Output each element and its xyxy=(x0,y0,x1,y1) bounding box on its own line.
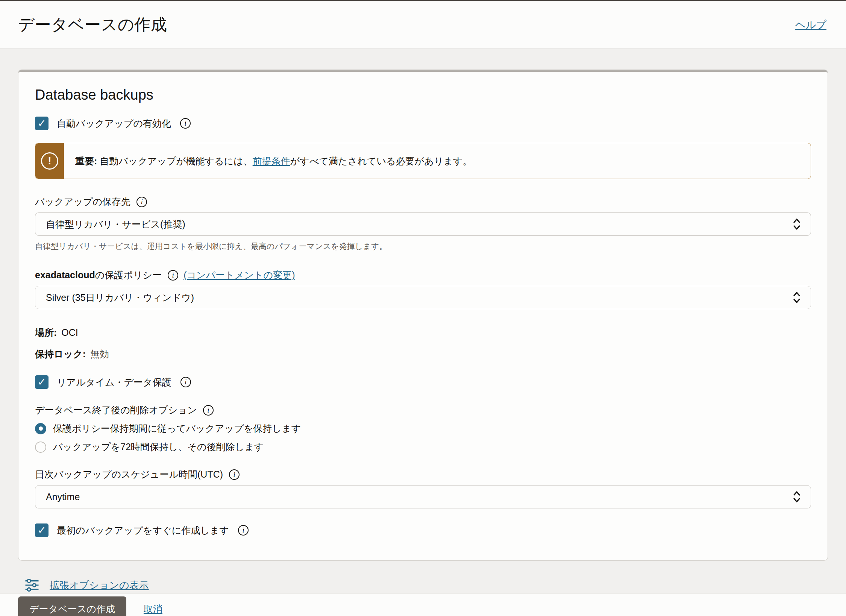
first-backup-checkbox-row: ✓ 最初のバックアップをすぐに作成します i xyxy=(35,523,811,537)
realtime-protection-checkbox[interactable]: ✓ xyxy=(35,375,49,389)
info-icon[interactable]: i xyxy=(229,469,240,480)
realtime-protection-label: リアルタイム・データ保護 xyxy=(57,376,171,388)
schedule-field: 日次バックアップのスケジュール時間(UTC) i Anytime xyxy=(35,468,811,508)
info-icon[interactable]: i xyxy=(238,525,249,536)
auto-backup-checkbox-row: ✓ 自動バックアップの有効化 i xyxy=(35,117,811,130)
sliders-icon xyxy=(24,577,40,593)
page-footer: データベースの作成 取消 xyxy=(0,593,846,616)
select-chevrons-icon xyxy=(793,291,801,304)
info-icon[interactable]: i xyxy=(180,118,191,129)
radio-selected-icon[interactable] xyxy=(35,423,46,434)
realtime-protection-checkbox-row: ✓ リアルタイム・データ保護 i xyxy=(35,375,811,389)
cancel-link[interactable]: 取消 xyxy=(144,603,162,615)
warning-before-link: 自動バックアップが機能するには、 xyxy=(97,156,252,166)
location-value: OCI xyxy=(61,327,78,338)
warning-banner: ! 重要: 自動バックアップが機能するには、前提条件がすべて満たされている必要が… xyxy=(35,143,811,179)
panel-title: Database backups xyxy=(35,87,811,103)
info-icon[interactable]: i xyxy=(168,270,178,281)
location-label: 場所: xyxy=(35,326,57,339)
backup-destination-label: バックアップの保存先 xyxy=(35,196,130,208)
page-title: データベースの作成 xyxy=(18,14,167,36)
deletion-options-label: データベース終了後の削除オプション xyxy=(35,404,197,416)
advanced-options-row: 拡張オプションの表示 xyxy=(18,577,828,593)
select-chevrons-icon xyxy=(793,217,801,231)
location-row: 場所: OCI xyxy=(35,326,811,339)
radio-unselected-icon[interactable] xyxy=(35,442,46,453)
info-icon[interactable]: i xyxy=(180,377,191,387)
schedule-label: 日次バックアップのスケジュール時間(UTC) xyxy=(35,468,223,481)
schedule-select[interactable]: Anytime xyxy=(35,485,811,508)
database-backups-panel: Database backups ✓ 自動バックアップの有効化 i ! 重要: … xyxy=(18,70,828,561)
change-compartment-link[interactable]: (コンパートメントの変更) xyxy=(183,269,295,281)
protection-policy-label-row: exadatacloudの保護ポリシー i (コンパートメントの変更) xyxy=(35,269,811,281)
protection-policy-field: exadatacloudの保護ポリシー i (コンパートメントの変更) Silv… xyxy=(35,269,811,309)
warning-text: 重要: 自動バックアップが機能するには、前提条件がすべて満たされている必要があり… xyxy=(64,143,484,179)
backup-destination-field: バックアップの保存先 i 自律型リカバリ・サービス(推奨) 自律型リカバリ・サー… xyxy=(35,196,811,252)
main-content: Database backups ✓ 自動バックアップの有効化 i ! 重要: … xyxy=(0,49,846,593)
backup-destination-helper: 自律型リカバリ・サービスは、運用コストを最小限に抑え、最高のパフォーマンスを発揮… xyxy=(35,241,811,252)
info-icon[interactable]: i xyxy=(136,197,147,207)
prerequisites-link[interactable]: 前提条件 xyxy=(253,156,290,166)
deletion-option-72h[interactable]: バックアップを72時間保持し、その後削除します xyxy=(35,441,811,453)
select-chevrons-icon xyxy=(793,490,801,504)
backup-destination-label-row: バックアップの保存先 i xyxy=(35,196,811,208)
page-header: データベースの作成 ヘルプ xyxy=(0,1,846,49)
retention-lock-row: 保持ロック: 無効 xyxy=(35,348,811,360)
warning-badge: ! xyxy=(35,143,64,179)
retention-lock-value: 無効 xyxy=(90,348,109,360)
backup-destination-select[interactable]: 自律型リカバリ・サービス(推奨) xyxy=(35,212,811,236)
help-link[interactable]: ヘルプ xyxy=(795,18,826,32)
first-backup-label: 最初のバックアップをすぐに作成します xyxy=(57,524,229,537)
info-icon[interactable]: i xyxy=(203,405,214,416)
protection-policy-label: exadatacloudの保護ポリシー xyxy=(35,269,162,281)
schedule-label-row: 日次バックアップのスケジュール時間(UTC) i xyxy=(35,468,811,481)
first-backup-checkbox[interactable]: ✓ xyxy=(35,523,49,537)
deletion-options-field: データベース終了後の削除オプション i 保護ポリシー保持期間に従ってバックアップ… xyxy=(35,404,811,453)
auto-backup-checkbox[interactable]: ✓ xyxy=(35,117,49,130)
warning-prefix: 重要: xyxy=(75,156,97,166)
auto-backup-label: 自動バックアップの有効化 xyxy=(57,117,171,130)
advanced-options-link[interactable]: 拡張オプションの表示 xyxy=(50,579,149,592)
create-database-button[interactable]: データベースの作成 xyxy=(18,596,126,616)
retention-lock-label: 保持ロック: xyxy=(35,348,86,360)
warning-after-link: がすべて満たされている必要があります。 xyxy=(290,156,472,166)
protection-policy-value: Silver (35日リカバリ・ウィンドウ) xyxy=(46,291,194,304)
warning-icon: ! xyxy=(41,152,58,170)
deletion-option-retain[interactable]: 保護ポリシー保持期間に従ってバックアップを保持します xyxy=(35,422,811,435)
schedule-value: Anytime xyxy=(46,492,80,502)
protection-policy-select[interactable]: Silver (35日リカバリ・ウィンドウ) xyxy=(35,286,811,309)
backup-destination-value: 自律型リカバリ・サービス(推奨) xyxy=(46,218,185,231)
deletion-options-label-row: データベース終了後の削除オプション i xyxy=(35,404,811,416)
